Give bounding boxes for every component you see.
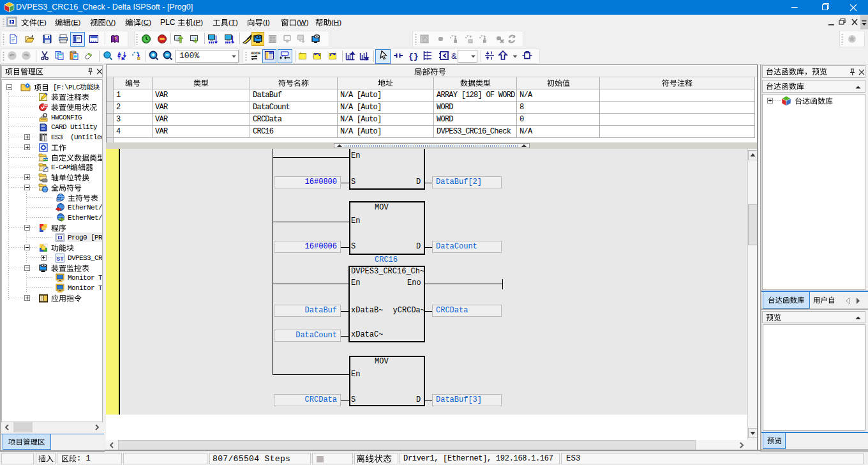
svg-text:ADDR: ADDR bbox=[251, 51, 260, 55]
svg-text:?: ? bbox=[114, 36, 117, 41]
svg-text:ST: ST bbox=[56, 255, 64, 262]
svg-text:{}: {} bbox=[408, 52, 419, 61]
